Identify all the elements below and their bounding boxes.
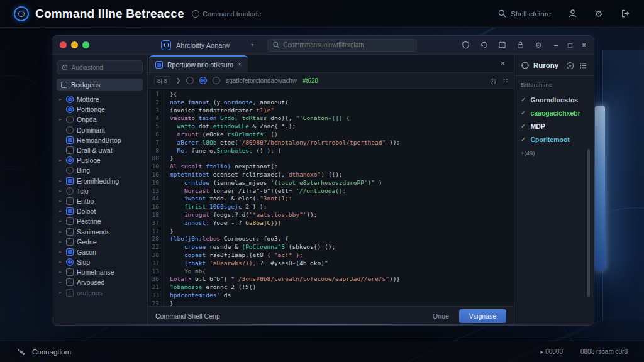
gear-icon[interactable]: ⚙ [534,41,543,50]
shell-search-button[interactable]: Shell eteinre [498,9,551,18]
grid-icon[interactable]: ∷ [503,77,508,85]
code-line[interactable]: 80} [148,155,514,163]
primary-button[interactable]: Vsignase [459,309,506,323]
checklist-item-mdp[interactable]: ✓MDP [521,119,587,133]
help-circle-icon[interactable] [566,62,574,70]
expand-caret-icon[interactable]: ▸ [58,189,63,194]
checklist-item-gnorndtoostos[interactable]: ✓Gnorndtoostos [521,93,587,106]
close-traffic-light[interactable] [60,41,67,48]
minimize-button[interactable]: – [554,41,558,50]
code-line[interactable]: 30 copast rse8f;1aap.(et8 { "ac!* }; [148,251,514,260]
window-search-input[interactable] [283,41,411,48]
window-search[interactable] [267,39,417,52]
tab-active[interactable]: Rpertuow nrio otiksuro × [149,55,248,72]
sidebar-item-eromihledding[interactable]: ▸Eromihledding [57,176,143,186]
code-line[interactable]: 4vacuato taion Grdo, tdRtass dno){, "'Co… [148,114,514,123]
sidebar-item-onpda[interactable]: ▸Onpda [57,114,143,124]
code-line[interactable]: 3invoice tondatreddrator t1)e" [148,107,514,115]
chevron-right-icon[interactable]: ❯ [176,77,181,84]
expand-caret-icon[interactable]: ▸ [58,178,63,184]
code-line[interactable]: 22 crpsee resnde & (PoCioenna"S (sbkeos(… [148,243,514,251]
code-line[interactable]: 23} [148,300,514,306]
close-all-tabs-icon[interactable]: × [501,59,505,68]
user-icon[interactable] [567,9,577,19]
sidebar-selected-item[interactable]: Beckgens [57,79,143,91]
taskbar-label[interactable]: Connagtiom [32,348,71,356]
toolbar-globe-icon[interactable] [213,77,220,84]
zoom-traffic-light[interactable] [82,41,89,48]
sidebar-item-portionqe[interactable]: ▸Portionqe [57,104,143,114]
expand-caret-icon[interactable]: ▸ [58,117,63,122]
sidebar-item-mottdre[interactable]: ▸Mottdre [57,94,143,104]
maximize-button[interactable]: □ [568,41,572,50]
tab-close-icon[interactable]: × [238,61,242,68]
record-icon[interactable]: ◎ [490,77,496,85]
code-line[interactable]: 21"obamosoe eronnc 2 (!5() [148,283,514,292]
expand-caret-icon[interactable]: ▸ [58,270,63,275]
sidebar-search-input[interactable] [72,64,138,71]
code-line[interactable]: 8 Mo. fune o.Sronbotes: () ); ( [148,147,514,155]
toolbar-target-icon[interactable] [199,77,207,84]
expand-caret-icon[interactable]: ▸ [58,158,63,163]
expand-caret-icon[interactable]: ▸ [58,250,63,255]
code-line[interactable]: 18 inrogut foogs:?,d('*aats.tos.bby"')); [148,211,514,219]
sidebar-item-arvoused[interactable]: ▸Arvoused [57,277,143,287]
code-line[interactable]: 2note imanut (y oordoote, annonut( [148,99,514,107]
code-line[interactable]: 19 crntdoe (iennelas_mjeos '(tocot e8ate… [148,179,514,187]
book-icon[interactable] [497,41,506,50]
code-line[interactable]: 10Al susolt ftolio) oexpataoot(: [148,163,514,171]
sidebar-item-gacon[interactable]: ▸Gacon [57,247,143,257]
history-icon[interactable] [479,41,488,50]
minimize-traffic-light[interactable] [71,41,78,48]
list-icon[interactable] [579,62,587,70]
sidebar-item-homefnanse[interactable]: ▸Homefnanse [57,267,143,277]
code-line[interactable]: 1}{ [148,90,514,99]
expand-caret-icon[interactable]: ▸ [58,219,63,224]
checklist-item-caaogacichxebr[interactable]: ✓caaogacichxebr [521,106,587,119]
sidebar-item-pestrine[interactable]: ▸Pestrine [57,216,143,226]
checklist-item-cporitemoot[interactable]: ✓Cporitemoot [521,133,587,146]
expand-caret-icon[interactable]: ▸ [58,280,63,285]
code-line[interactable]: 13 Yo mb{ [148,268,514,276]
gear-icon[interactable]: ⚙ [594,9,604,19]
chevron-down-icon[interactable]: ▾ [251,42,253,48]
code-line[interactable]: 6 orxunt (eOoke rsOrlmotfs' () [148,131,514,139]
sidebar-item-slop[interactable]: ▸Slop [57,257,143,267]
sidebar-item-orutonos[interactable]: ▸orutonos [57,288,143,298]
sidebar-item-dominant[interactable]: ▸Dominant [57,125,143,135]
close-button[interactable]: × [582,41,586,50]
expand-caret-icon[interactable]: ▸ [58,239,63,244]
shield-icon[interactable] [461,41,470,50]
sidebar-item-puslooe[interactable]: ▸Puslooe [57,155,143,165]
expand-caret-icon[interactable]: ▸ [58,260,63,265]
sidebar-item-entbo[interactable]: ▸Entbo [57,196,143,206]
sidebar-item-doloot[interactable]: ▸Doloot [57,206,143,216]
expand-caret-icon[interactable]: ▸ [58,199,63,204]
code-line[interactable]: 33hpdcontemides' ds [148,292,514,300]
expand-caret-icon[interactable]: ▸ [58,209,63,214]
code-line[interactable]: 28(lbo(j0n:lebos Cormouser; foo3, { [148,235,514,243]
code-area[interactable]: 1}{2note imanut (y oordoote, annonut(3in… [148,89,514,306]
window-app-name[interactable]: Ahrcloitty Aonarw [176,41,230,49]
code-line[interactable]: 16mptetnitoet econset rclirsaxec(, dthan… [148,171,514,179]
sidebar-item-remoandbrtop[interactable]: ▸RemoandBrtop [57,135,143,145]
expand-caret-icon[interactable]: ▸ [58,290,63,295]
code-line[interactable]: 37 innost: Yooe - ? 6a86a]C})) [148,219,514,228]
code-line[interactable]: 37 (rbakt 'a0earwks?)), ?. #yses0-(4b ok… [148,260,514,268]
sign-out-icon[interactable] [620,9,630,19]
sidebar-item-gedne[interactable]: ▸Gedne [57,237,143,247]
code-line[interactable]: 17} [148,228,514,236]
sidebar-item-tclo[interactable]: ▸Tclo [57,186,143,196]
more-count-label[interactable]: +(49) [521,150,587,156]
panel-scrollbar[interactable] [587,149,590,297]
sidebar-item-sanimends[interactable]: ▸Sanimends [57,226,143,236]
expand-caret-icon[interactable]: ▸ [58,97,63,102]
code-line[interactable]: 5 watto dot etindowELe & Zooc{ *.); [148,123,514,131]
code-line[interactable]: 7 aBcrer l8Ob etoe('/80980?/bdnotalony/r… [148,139,514,147]
code-line[interactable]: 16 ftrist 1060sgejc 2 } ); [148,203,514,211]
code-line[interactable]: 13 Norcast lonaer /ifra"-6"f(ett= '//ont… [148,187,514,195]
code-line[interactable]: 44 iwosnt todd. & elos(."3not)1;: [148,195,514,203]
toolbar-circle-icon[interactable] [186,77,194,84]
secondary-button[interactable]: Onue [433,312,449,320]
sidebar-item-drall-uwat[interactable]: ▸Drall & uwat [57,145,143,155]
